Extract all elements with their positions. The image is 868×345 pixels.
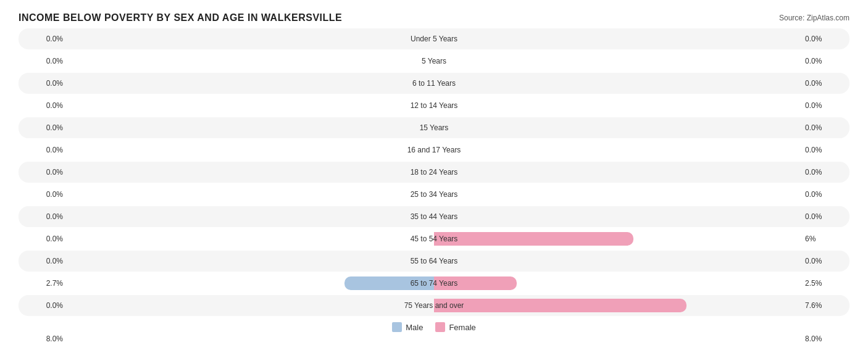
chart-row: 0.0% 25 to 34 Years 0.0% (19, 184, 849, 205)
chart-row: 0.0% 45 to 54 Years 6% (19, 228, 849, 249)
female-value: 0.0% (800, 257, 849, 265)
male-value: 0.0% (19, 168, 68, 177)
row-label: 45 to 54 Years (411, 235, 458, 243)
bar-area: 6 to 11 Years (68, 73, 800, 94)
female-value: 0.0% (800, 190, 849, 199)
row-label: 35 to 44 Years (411, 212, 458, 221)
row-label: 6 to 11 Years (412, 79, 456, 88)
male-value: 0.0% (19, 123, 68, 132)
chart-row: 0.0% 5 Years 0.0% (19, 51, 849, 72)
bar-area: 16 and 17 Years (68, 139, 800, 160)
female-value: 0.0% (800, 212, 849, 221)
row-label: 25 to 34 Years (411, 190, 458, 199)
chart-row: 0.0% 18 to 24 Years 0.0% (19, 162, 849, 183)
female-bar (434, 232, 633, 246)
chart-row: 0.0% 55 to 64 Years 0.0% (19, 251, 849, 272)
row-label: Under 5 Years (411, 35, 457, 43)
axis-right-label: 8.0% (800, 335, 849, 343)
male-value: 0.0% (19, 235, 68, 243)
male-value: 0.0% (19, 79, 68, 88)
male-label: Male (406, 323, 423, 332)
male-value: 0.0% (19, 101, 68, 110)
bar-area: 75 Years and over (68, 295, 800, 316)
male-value: 0.0% (19, 257, 68, 265)
row-label: 16 and 17 Years (407, 146, 461, 154)
male-value: 0.0% (19, 301, 68, 310)
chart-row: 0.0% Under 5 Years 0.0% (19, 28, 849, 49)
row-label: 15 Years (420, 123, 449, 132)
female-value: 0.0% (800, 146, 849, 154)
row-label: 18 to 24 Years (411, 168, 458, 177)
axis-center-spacer (68, 335, 800, 343)
male-value: 0.0% (19, 190, 68, 199)
male-value: 0.0% (19, 146, 68, 154)
female-value: 0.0% (800, 35, 849, 43)
bar-area: 25 to 34 Years (68, 184, 800, 205)
female-value: 7.6% (800, 301, 849, 310)
chart-area: 0.0% Under 5 Years 0.0% 0.0% 5 Years 0.0… (19, 28, 849, 316)
legend-male: Male (392, 322, 423, 332)
bar-area: 45 to 54 Years (68, 228, 800, 249)
chart-row: 2.7% 65 to 74 Years 2.5% (19, 273, 849, 294)
axis-left-label: 8.0% (19, 335, 68, 343)
chart-row: 0.0% 35 to 44 Years 0.0% (19, 206, 849, 227)
bar-area: 15 Years (68, 117, 800, 138)
female-value: 0.0% (800, 79, 849, 88)
female-value: 0.0% (800, 123, 849, 132)
chart-row: 0.0% 12 to 14 Years 0.0% (19, 95, 849, 116)
female-label: Female (449, 323, 475, 332)
female-swatch (435, 322, 445, 332)
male-value: 0.0% (19, 35, 68, 43)
bar-area: 35 to 44 Years (68, 206, 800, 227)
row-label: 65 to 74 Years (411, 279, 458, 288)
bar-area: 5 Years (68, 51, 800, 72)
chart-row: 0.0% 75 Years and over 7.6% (19, 295, 849, 316)
female-value: 0.0% (800, 101, 849, 110)
bar-area: 65 to 74 Years (68, 273, 800, 294)
bar-area: Under 5 Years (68, 28, 800, 49)
female-value: 6% (800, 235, 849, 243)
male-swatch (392, 322, 402, 332)
row-label: 55 to 64 Years (411, 257, 458, 265)
legend-female: Female (435, 322, 475, 332)
female-value: 0.0% (800, 168, 849, 177)
female-value: 0.0% (800, 57, 849, 65)
legend: Male Female (19, 322, 849, 332)
bar-area: 55 to 64 Years (68, 251, 800, 272)
male-value: 0.0% (19, 57, 68, 65)
row-label: 5 Years (422, 57, 446, 65)
row-label: 12 to 14 Years (411, 101, 458, 110)
chart-row: 0.0% 6 to 11 Years 0.0% (19, 73, 849, 94)
row-label: 75 Years and over (404, 301, 464, 310)
female-value: 2.5% (800, 279, 849, 288)
chart-row: 0.0% 15 Years 0.0% (19, 117, 849, 138)
axis-row: 8.0% 8.0% (19, 335, 849, 343)
female-bar (434, 299, 686, 312)
male-value: 0.0% (19, 212, 68, 221)
bar-area: 18 to 24 Years (68, 162, 800, 183)
male-value: 2.7% (19, 279, 68, 288)
bar-area: 12 to 14 Years (68, 95, 800, 116)
chart-row: 0.0% 16 and 17 Years 0.0% (19, 139, 849, 160)
